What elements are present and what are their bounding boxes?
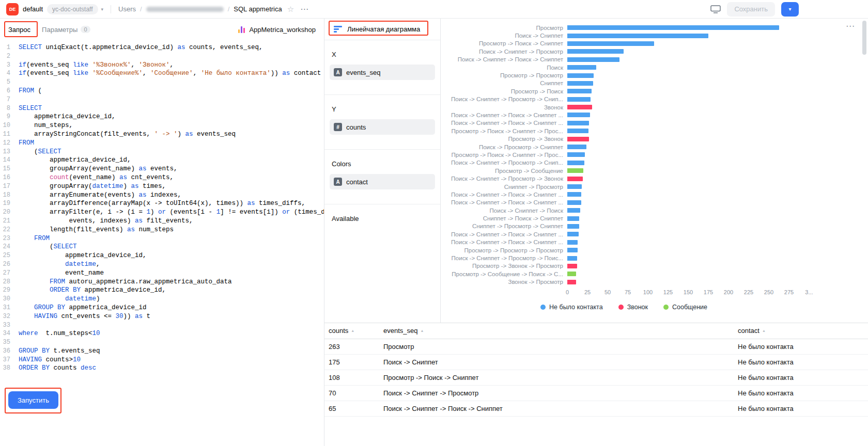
chart-bar[interactable] xyxy=(567,105,592,109)
chart-category-label: Поиск -> Сниппет -> Просмотр -> Поис... xyxy=(441,255,567,261)
chart-row: Поиск -> Сниппет -> Просмотр xyxy=(441,47,868,55)
field-chip-counts[interactable]: #counts xyxy=(330,119,435,135)
chart-bar[interactable] xyxy=(567,89,592,93)
line-number: 24 xyxy=(0,243,19,251)
table-cell: Просмотр xyxy=(379,339,734,354)
monitor-icon[interactable] xyxy=(710,5,721,13)
chart-bar[interactable] xyxy=(567,121,589,125)
code-line: 14 appmetrica_device_id, xyxy=(0,156,324,165)
column-header-counts[interactable]: counts▲ xyxy=(324,323,379,339)
chart-bar[interactable] xyxy=(567,65,596,70)
line-number: 18 xyxy=(0,191,19,200)
section-label: Y xyxy=(330,105,435,113)
tab-params[interactable]: Параметры 0 xyxy=(42,26,90,34)
legend-item[interactable]: Не было контакта xyxy=(540,304,603,311)
breadcrumb-users[interactable]: Users xyxy=(118,5,136,13)
field-chip-contact[interactable]: Acontact xyxy=(330,174,435,189)
chart-type-selector[interactable]: Линейчатая диаграмма xyxy=(324,19,440,40)
chart-bar[interactable] xyxy=(567,81,593,86)
code-line: 17 groupArray(datetime) as times, xyxy=(0,182,324,191)
tab-query[interactable]: Запрос xyxy=(8,26,30,34)
line-number: 2 xyxy=(0,52,19,61)
chart-bar[interactable] xyxy=(567,208,580,213)
chart-bar[interactable] xyxy=(567,272,576,276)
save-dropdown-button[interactable]: ▾ xyxy=(781,2,799,17)
table-cell: Поиск -> Сниппет xyxy=(379,354,734,370)
more-icon[interactable]: ⋯ xyxy=(300,4,309,14)
breadcrumb-user-redacted[interactable] xyxy=(146,7,224,12)
chart-bar[interactable] xyxy=(567,113,590,117)
star-icon[interactable]: ☆ xyxy=(287,5,294,14)
table-cell: Поиск -> Сниппет -> Поиск -> Сниппет xyxy=(379,401,734,416)
column-header-contact[interactable]: contact▲ xyxy=(734,323,868,339)
line-number: 26 xyxy=(0,260,19,269)
chart-bar[interactable] xyxy=(567,200,581,205)
chart-category-label: Просмотр -> Поиск -> Сниппет -> Прос... xyxy=(441,152,567,158)
chart-category-label: Звонок xyxy=(441,104,567,110)
chart-bar[interactable] xyxy=(567,73,594,78)
field-chip-events_seq[interactable]: Aevents_seq xyxy=(330,65,435,80)
datalens-logo[interactable]: DE xyxy=(6,3,19,15)
chart-bar[interactable] xyxy=(567,161,584,165)
chart-category-label: Поиск xyxy=(441,65,567,71)
chart-bar[interactable] xyxy=(567,57,619,62)
chart-bar[interactable] xyxy=(567,129,588,133)
chart-bar[interactable] xyxy=(567,192,581,197)
chart-bar[interactable] xyxy=(567,25,779,30)
run-button[interactable]: Запустить xyxy=(8,391,58,409)
scrollbar-thumb[interactable] xyxy=(862,21,866,55)
chart-bar[interactable] xyxy=(567,216,579,221)
chart-row: Сниппет -> Поиск -> Сниппет xyxy=(441,214,868,222)
chart-bar[interactable] xyxy=(567,34,708,38)
chart-row: Просмотр -> Сообщение xyxy=(441,167,868,174)
chart-bar[interactable] xyxy=(567,145,586,149)
axis-tick-label: 25 xyxy=(584,289,591,295)
legend-item[interactable]: Сообщение xyxy=(663,304,707,311)
code-line: 32 HAVING cnt_events <= 30)) as t xyxy=(0,312,324,321)
line-number: 35 xyxy=(0,338,19,347)
table-cell: Не было контакта xyxy=(734,339,868,354)
result-table-body: 263ПросмотрНе было контакта175Поиск -> С… xyxy=(324,339,868,416)
result-table: counts▲events_seq▲contact▲ 263ПросмотрНе… xyxy=(324,323,868,446)
chart-bar[interactable] xyxy=(567,177,583,181)
axis-tick-label: 3... xyxy=(805,289,813,295)
chart-bar[interactable] xyxy=(567,256,577,261)
axis-tick-label: 175 xyxy=(704,289,713,295)
chart-bar[interactable] xyxy=(567,224,579,229)
code-line: 4if(events_seq like '%Сообщение%', 'Сооб… xyxy=(0,69,324,78)
sql-editor[interactable]: 1SELECT uniqExact(t.appmetrica_device_id… xyxy=(0,40,324,446)
chart-category-label: Сниппет -> Просмотр -> Сниппет xyxy=(441,223,567,229)
section-label: Colors xyxy=(330,160,435,168)
code-line: 25 appmetrica_device_id, xyxy=(0,251,324,260)
line-number: 34 xyxy=(0,329,19,338)
chart-bar[interactable] xyxy=(567,248,578,252)
chart-bar[interactable] xyxy=(567,152,585,157)
chart-bar[interactable] xyxy=(567,97,591,102)
chart-bar[interactable] xyxy=(567,280,576,284)
chart-category-label: Просмотр -> Просмотр -> Просмотр xyxy=(441,247,567,253)
folder-pill[interactable]: yc-doc-outstaff xyxy=(47,4,98,14)
chart-bar[interactable] xyxy=(567,232,579,236)
chart-category-label: Просмотр -> Сообщение -> Поиск -> С... xyxy=(441,271,567,277)
chart-bar[interactable] xyxy=(567,49,624,54)
chart-bar[interactable] xyxy=(567,41,654,46)
dataset-link[interactable]: AppMetrica_workshop xyxy=(238,26,316,34)
legend-item[interactable]: Звонок xyxy=(618,304,648,311)
chart-bar[interactable] xyxy=(567,264,577,268)
chart-bar[interactable] xyxy=(567,184,582,189)
legend-label: Звонок xyxy=(627,304,648,311)
string-type-icon: A xyxy=(334,178,342,186)
line-number: 21 xyxy=(0,217,19,226)
chart-bar[interactable] xyxy=(567,168,583,173)
chart-category-label: Поиск -> Сниппет -> Поиск -> Сниппет ... xyxy=(441,239,567,245)
chart-bar[interactable] xyxy=(567,137,589,141)
chart-bar[interactable] xyxy=(567,240,578,245)
axis-tick-label: 100 xyxy=(643,289,653,295)
save-button[interactable]: Сохранить xyxy=(727,2,775,17)
chevron-down-icon[interactable]: ▾ xyxy=(101,7,104,12)
line-number: 7 xyxy=(0,95,19,104)
column-header-events_seq[interactable]: events_seq▲ xyxy=(379,323,734,339)
chart-row: Поиск -> Сниппет -> Поиск -> Сниппет ... xyxy=(441,230,868,238)
line-number: 33 xyxy=(0,321,19,330)
breadcrumb-separator: / xyxy=(228,5,230,13)
